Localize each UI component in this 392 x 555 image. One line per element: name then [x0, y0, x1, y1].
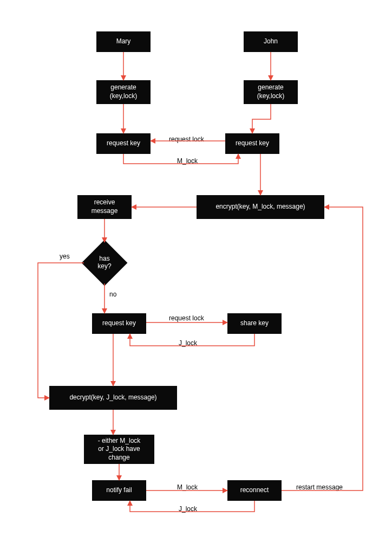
node-notify-fail: notify fail	[92, 480, 146, 501]
edge-label-request-lock-1: request lock	[168, 135, 205, 143]
edge-label-j-lock-2: J_lock	[178, 505, 198, 513]
label: share key	[240, 319, 269, 328]
label: John	[264, 37, 278, 46]
label: generate(key,lock)	[257, 83, 284, 100]
node-generate-john: generate(key,lock)	[244, 80, 298, 104]
node-change: - either M_lockor J_lock havechange	[84, 435, 154, 464]
edge-label-no: no	[108, 291, 117, 298]
label: request key	[107, 139, 140, 148]
label: decrypt(key, J_lock, message)	[69, 393, 156, 402]
node-generate-mary: generate(key,lock)	[96, 80, 151, 104]
node-request-key-john: request key	[225, 133, 279, 154]
node-encrypt: encrypt(key, M_lock, message)	[197, 195, 324, 219]
flow-edges	[0, 0, 392, 555]
node-share-key: share key	[227, 313, 282, 334]
node-john: John	[244, 31, 298, 52]
label: notify fail	[106, 486, 132, 495]
edge-label-j-lock-1: J_lock	[178, 339, 198, 347]
edge-label-m-lock-1: M_lock	[176, 157, 199, 165]
label: request key	[102, 319, 136, 328]
node-decision-has-key	[82, 240, 128, 286]
node-receive-message: receivemessage	[77, 195, 132, 219]
node-request-key-2: request key	[92, 313, 146, 334]
label: generate(key,lock)	[110, 83, 137, 100]
node-reconnect: reconnect	[227, 480, 282, 501]
label: encrypt(key, M_lock, message)	[215, 203, 305, 211]
edge-label-yes: yes	[58, 253, 71, 260]
node-request-key-mary: request key	[96, 133, 151, 154]
edge-label-m-lock-2: M_lock	[176, 483, 199, 491]
label: reconnect	[240, 486, 269, 495]
node-mary: Mary	[96, 31, 151, 52]
label: Mary	[116, 37, 131, 46]
node-decrypt: decrypt(key, J_lock, message)	[49, 386, 177, 410]
edge-label-restart: restart message	[295, 483, 344, 491]
label: - either M_lockor J_lock havechange	[98, 437, 141, 462]
label: receivemessage	[92, 198, 118, 215]
label: request key	[236, 139, 269, 148]
edge-label-request-lock-2: request lock	[168, 314, 205, 322]
